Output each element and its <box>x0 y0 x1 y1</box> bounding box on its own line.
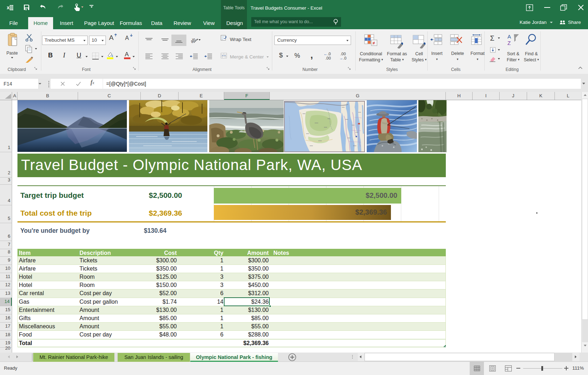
svg-text:Z: Z <box>507 40 511 46</box>
svg-text:ab: ab <box>191 37 197 44</box>
svg-text:A: A <box>507 34 511 40</box>
svg-text:≠: ≠ <box>372 40 375 46</box>
svg-text:x: x <box>7 5 10 10</box>
